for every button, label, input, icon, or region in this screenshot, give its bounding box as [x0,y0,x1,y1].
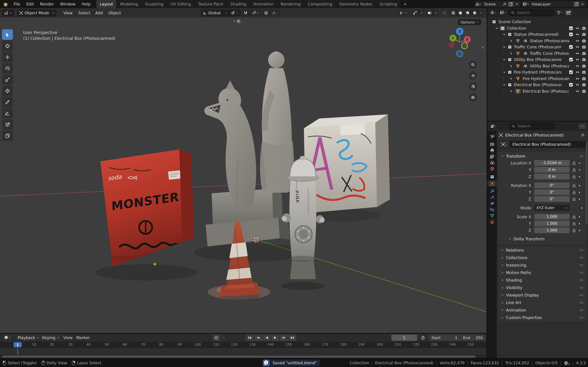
tab-modeling[interactable]: Modeling [117,0,142,8]
expand-icon[interactable] [495,26,499,30]
tab-scripting[interactable]: Scripting [376,0,401,8]
eye-icon[interactable] [575,58,580,62]
panel-shading[interactable]: Shading [498,276,587,284]
tool-cursor[interactable] [2,41,13,51]
tab-view-layer[interactable] [487,153,497,159]
show-gizmos-toggle[interactable] [412,9,418,16]
rotation-y-field[interactable]: 0° [534,189,570,195]
properties-search-input[interactable] [517,124,552,129]
tool-scale[interactable] [2,74,13,85]
shading-solid-button[interactable] [457,9,464,16]
grip-icon[interactable] [579,279,584,281]
eye-icon[interactable] [575,51,580,56]
menu-object[interactable]: Object [106,8,124,18]
grip-icon[interactable] [579,256,584,259]
eye-icon[interactable] [575,26,580,30]
collapsed-header-toggle[interactable] [233,19,241,23]
grip-icon[interactable] [579,264,584,267]
expand-icon[interactable] [509,77,513,81]
transform-panel-header[interactable]: Transform [498,153,587,160]
expand-icon[interactable] [502,33,506,37]
scale-x-field[interactable]: 1.000 [534,214,570,220]
options-button[interactable]: Options [458,19,481,25]
scene-selector[interactable]: Scene [475,1,521,7]
viewlayer-name[interactable]: ViewLayer [530,2,573,6]
frame-end-field[interactable]: End250 [460,335,486,341]
auto-key-dropdown[interactable] [220,335,226,341]
snap-settings-button[interactable] [249,9,261,16]
animate-dot-icon[interactable] [578,161,581,165]
id-type-button[interactable] [499,141,510,148]
show-object-types-button[interactable] [397,9,410,16]
use-preview-range-toggle[interactable] [419,335,427,341]
tab-compositing[interactable]: Compositing [304,0,336,8]
tab-animation[interactable]: Animation [250,0,277,8]
sidebar-collapse-arrow[interactable] [481,46,485,49]
tab-physics[interactable] [487,200,497,206]
properties-scrollbar[interactable] [586,142,587,224]
timeline-scrollbar[interactable] [2,355,476,358]
tree-row-collection[interactable]: Collection [487,25,588,31]
location-y-field[interactable]: 0 m [534,167,570,173]
tool-select-box[interactable] [2,29,13,40]
eye-icon[interactable] [575,33,580,37]
eye-icon[interactable] [575,64,580,68]
checkbox-icon[interactable] [569,70,573,74]
overlays-dropdown[interactable] [433,9,439,16]
tab-texture-paint[interactable]: Texture Paint [195,0,227,8]
camera-icon[interactable] [582,83,586,87]
grip-icon[interactable] [579,249,584,251]
menu-select[interactable]: Select [75,8,93,18]
show-overlays-toggle[interactable] [426,9,433,16]
panel-viewport-display[interactable]: Viewport Display [498,292,587,299]
editor-type-button[interactable] [2,9,14,16]
pin-scene-button[interactable] [502,1,508,7]
tab-collection[interactable] [487,174,497,180]
rotation-mode-dropdown[interactable]: XYZ Euler [534,205,570,211]
shading-rendered-button[interactable] [471,9,478,16]
tab-layout[interactable]: Layout [96,0,117,8]
shading-material-preview-button[interactable] [464,9,471,16]
checkbox-icon[interactable] [569,58,573,62]
viewport-3d[interactable]: soda MONSTER! [0,18,487,333]
next-keyframe-button[interactable] [280,335,288,341]
tab-object-data[interactable] [487,212,497,218]
outliner-search[interactable] [508,9,554,16]
panel-instancing[interactable]: Instancing [498,261,587,269]
tab-scene[interactable] [487,159,497,166]
animate-dot-icon[interactable] [580,206,583,210]
tree-row-scene-collection[interactable]: Scene Collection [487,19,588,25]
menu-window[interactable]: Window [57,0,79,8]
outliner-editor-type-button[interactable] [489,10,498,15]
gizmo-neg-y[interactable] [461,42,467,49]
camera-icon[interactable] [582,64,586,68]
tool-measure[interactable] [2,108,13,118]
shading-dropdown[interactable] [478,9,484,16]
lock-icon[interactable] [572,183,576,187]
tab-geometry-nodes[interactable]: Geometry Nodes [336,0,376,8]
panel-visibility[interactable]: Visibility [498,284,587,291]
camera-icon[interactable] [582,39,586,43]
menu-add[interactable]: Add [93,8,106,18]
timeline-ruler[interactable]: 1020 3040 5060 7080 90100 110120 130140 … [0,342,487,348]
menu-keying[interactable]: Keying [40,335,61,341]
eye-icon[interactable] [575,45,580,49]
panel-animation[interactable]: Animation [498,306,587,314]
camera-icon[interactable] [582,77,586,81]
pan-view-button[interactable] [469,72,477,80]
object-name-field[interactable]: Electrical Box (Photoscanned) [510,141,586,148]
breadcrumb-label[interactable]: Electrical Box (Photoscanned) [505,133,564,138]
tree-row-cone-object[interactable]: Traffic Cone (Photoscanned) [487,50,588,57]
transform-orientation[interactable]: Global [201,9,230,16]
checkbox-icon[interactable] [569,26,573,30]
eye-icon[interactable] [575,77,580,81]
tree-row-electrical-object[interactable]: Electrical Box (Photoscanned) [487,88,588,94]
properties-options-button[interactable] [579,123,586,129]
lock-icon[interactable] [572,168,576,172]
gizmo-neg-x[interactable] [449,42,455,48]
timeline-track[interactable] [0,348,487,355]
new-viewlayer-button[interactable] [573,1,580,7]
tab-uv-editing[interactable]: UV Editing [167,0,195,8]
camera-icon[interactable] [582,26,586,30]
delta-transform-header[interactable]: Delta Transform [498,236,587,242]
